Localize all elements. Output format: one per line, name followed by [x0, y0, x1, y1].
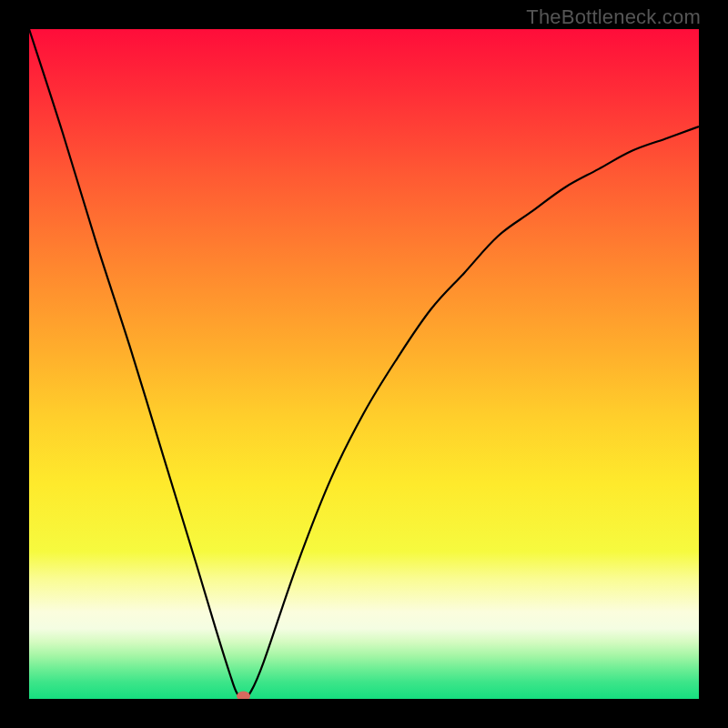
- plot-area: [29, 29, 699, 699]
- chart-frame: TheBottleneck.com: [0, 0, 728, 728]
- bottleneck-curve: [29, 29, 699, 699]
- watermark-text: TheBottleneck.com: [526, 5, 701, 29]
- curve-layer: [29, 29, 699, 699]
- minimum-marker: [238, 692, 250, 699]
